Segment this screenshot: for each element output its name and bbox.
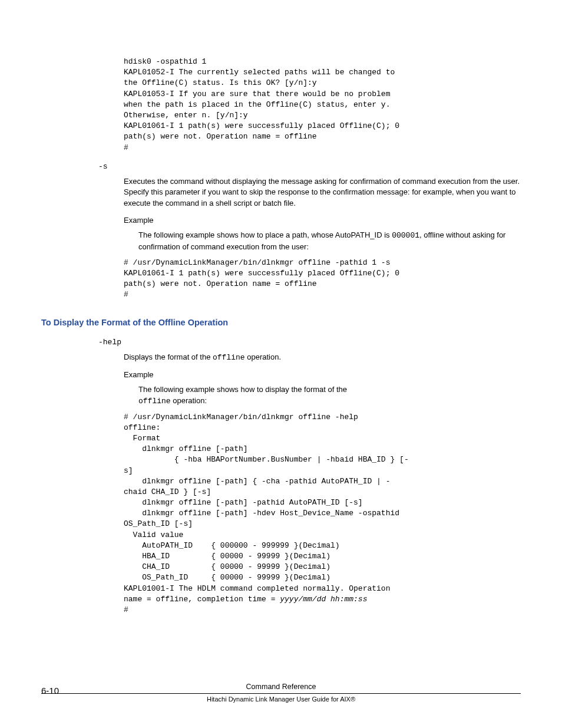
page-footer: 6-10 Command Reference Hitachi Dynamic L… [41, 681, 521, 704]
footer-doc-title: Hitachi Dynamic Link Manager User Guide … [41, 693, 521, 704]
example-label-1: Example [124, 215, 521, 226]
code3-time: yyyy/mm/dd hh:mm:ss [280, 595, 367, 604]
footer-section-title: Command Reference [41, 681, 521, 692]
example-label-2: Example [124, 370, 521, 381]
page-container: hdisk0 -ospathid 1 KAPL01052-I The curre… [0, 0, 562, 728]
help-desc-post: operation. [245, 353, 281, 361]
option-s-description: Executes the command without displaying … [124, 176, 521, 210]
code-block-2: # /usr/DynamicLinkManager/bin/dlnkmgr of… [124, 258, 521, 301]
code-block-3: # /usr/DynamicLinkManager/bin/dlnkmgr of… [124, 412, 521, 616]
option-s-label: -s [98, 162, 521, 173]
code3-pre: # /usr/DynamicLinkManager/bin/dlnkmgr of… [124, 413, 409, 604]
example-1-text: The following example shows how to place… [138, 230, 521, 253]
option-help-label: -help [98, 337, 521, 348]
help-desc-pre: Displays the format of the [124, 353, 213, 361]
example-1-pre: The following example shows how to place… [138, 230, 392, 239]
help-desc-code: offline [213, 353, 245, 362]
example-2-line1: The following example shows how to displ… [138, 385, 347, 394]
code3-post: # [124, 605, 128, 614]
example-2-text: The following example shows how to displ… [138, 384, 521, 407]
section-heading: To Display the Format of the Offline Ope… [41, 317, 521, 329]
option-help-description: Displays the format of the offline opera… [124, 352, 521, 364]
example-2-post: operation: [171, 396, 207, 405]
example-2-code: offline [138, 397, 171, 406]
page-number: 6-10 [41, 684, 59, 697]
code-block-1: hdisk0 -ospathid 1 KAPL01052-I The curre… [124, 57, 521, 153]
example-1-inline-code: 000001 [392, 231, 419, 240]
